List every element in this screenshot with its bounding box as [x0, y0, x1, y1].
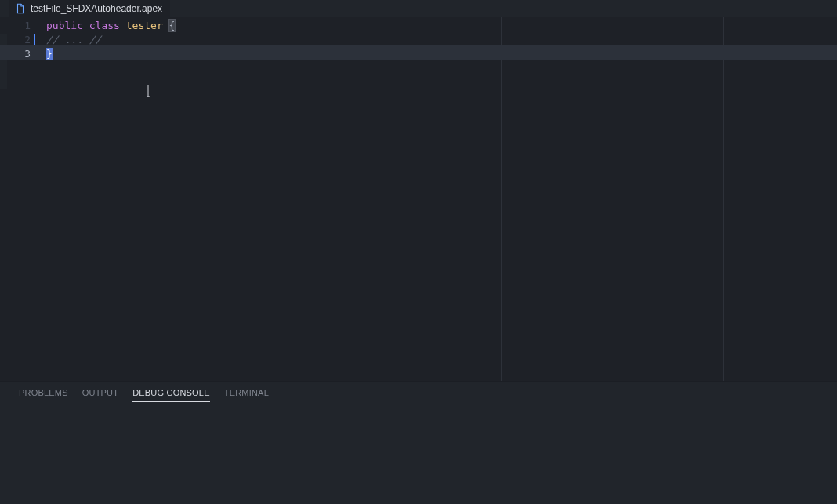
token-identifier: tester — [126, 20, 163, 31]
file-icon — [15, 3, 26, 14]
editor-area: 1 2 3 public class tester { // ... // } … — [0, 17, 837, 504]
line-number-gutter: 1 2 3 — [9, 19, 46, 381]
editor-tab-bar: testFile_SFDXAutoheader.apex — [0, 0, 837, 17]
tab-problems[interactable]: PROBLEMS — [19, 384, 68, 402]
editor-tab[interactable]: testFile_SFDXAutoheader.apex — [9, 0, 170, 17]
debug-console-body[interactable] — [0, 404, 837, 504]
decorative-strip — [0, 34, 7, 89]
token-comment: // ... // — [46, 34, 101, 45]
code-line[interactable]: // ... // — [46, 33, 837, 47]
tab-output[interactable]: OUTPUT — [82, 384, 118, 402]
code-editor[interactable]: 1 2 3 public class tester { // ... // } — [0, 17, 837, 381]
bottom-panel: PROBLEMS OUTPUT DEBUG CONSOLE TERMINAL — [0, 381, 837, 504]
code-line[interactable]: } — [46, 47, 837, 61]
panel-tab-bar: PROBLEMS OUTPUT DEBUG CONSOLE TERMINAL — [0, 382, 837, 404]
editor-tab-label: testFile_SFDXAutoheader.apex — [31, 3, 162, 14]
token-keyword: public — [46, 20, 83, 31]
code-content[interactable]: public class tester { // ... // } — [46, 19, 837, 381]
line-number: 3 — [9, 47, 31, 61]
line-number: 2 — [9, 33, 31, 47]
tab-debug-console[interactable]: DEBUG CONSOLE — [132, 384, 210, 402]
token-brace: { — [169, 20, 176, 31]
tab-terminal[interactable]: TERMINAL — [224, 384, 269, 402]
line-number: 1 — [9, 19, 31, 33]
token-brace: } — [46, 48, 53, 60]
code-line[interactable]: public class tester { — [46, 19, 837, 33]
token-keyword: class — [89, 20, 120, 31]
